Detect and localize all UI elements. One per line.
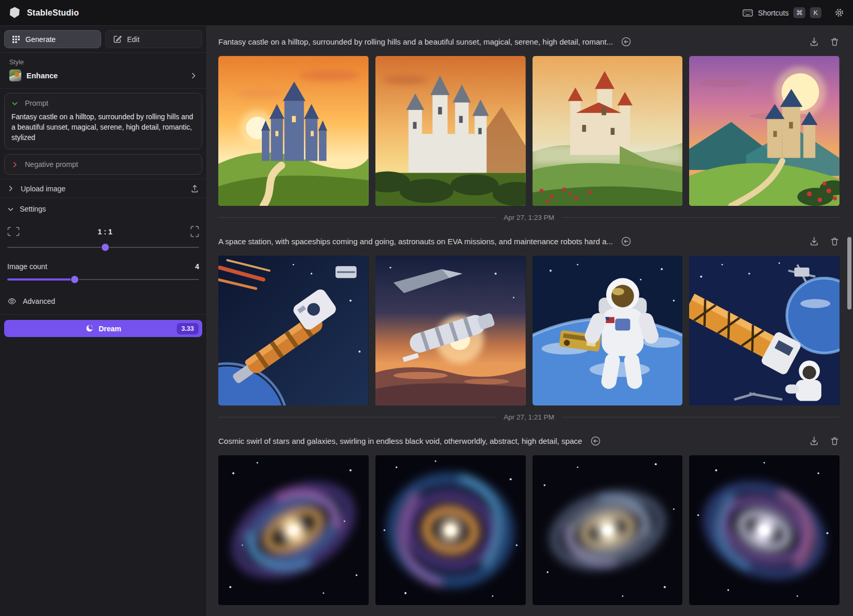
- settings-toggle[interactable]: Settings: [7, 205, 199, 213]
- dream-credits-badge: 3.33: [177, 323, 199, 334]
- mode-tabs: Generate Edit: [0, 26, 206, 53]
- arrow-left-circle-icon: [621, 36, 632, 47]
- chevron-down-icon: [7, 206, 14, 213]
- landscape-frame-icon: [7, 227, 20, 236]
- grid-icon: [12, 35, 20, 44]
- timestamp-divider: Apr 27, 1:21 PM: [218, 412, 840, 422]
- eye-icon: [7, 297, 17, 306]
- k-key-badge: K: [810, 7, 821, 18]
- prompt-box: Prompt Fantasy castle on a hilltop, surr…: [4, 93, 202, 149]
- generated-image[interactable]: [533, 455, 683, 605]
- aspect-ratio-value: 1 : 1: [20, 228, 190, 236]
- prompt-toggle[interactable]: Prompt: [11, 99, 195, 107]
- generated-image[interactable]: [375, 256, 526, 405]
- download-button[interactable]: [809, 236, 819, 246]
- brand: StableStudio: [8, 6, 79, 19]
- generated-image[interactable]: [218, 56, 369, 206]
- timestamp-divider: Apr 27, 1:23 PM: [218, 213, 840, 222]
- upload-icon[interactable]: [190, 184, 199, 193]
- negative-prompt-toggle[interactable]: Negative prompt: [11, 160, 195, 169]
- download-icon: [809, 436, 819, 446]
- generated-image[interactable]: [533, 256, 683, 405]
- generated-image[interactable]: [375, 455, 526, 605]
- top-bar: StableStudio Shortcuts ⌘ K: [0, 0, 853, 26]
- generation-group: A space station, with spaceships coming …: [218, 230, 840, 422]
- image-count-control: Image count 4: [7, 262, 199, 283]
- generation-group: Fantasy castle on a hilltop, surrounded …: [218, 30, 840, 222]
- generated-image[interactable]: [375, 56, 526, 206]
- chevron-right-red-icon: [11, 161, 18, 168]
- prompt-label: Prompt: [25, 99, 48, 107]
- chevron-right-icon: [7, 185, 14, 192]
- negative-prompt-label: Negative prompt: [25, 160, 78, 169]
- dream-button[interactable]: Dream 3.33: [4, 320, 202, 337]
- tab-edit-label: Edit: [127, 35, 139, 44]
- reuse-prompt-button[interactable]: [621, 236, 632, 247]
- image-count-slider[interactable]: [7, 276, 199, 283]
- trash-icon: [830, 436, 840, 446]
- style-selector[interactable]: Enhance: [9, 69, 197, 81]
- gear-icon: [834, 7, 845, 18]
- upload-image-row[interactable]: Upload image: [0, 179, 206, 198]
- portrait-frame-icon: [190, 226, 199, 237]
- generated-image[interactable]: [689, 56, 840, 206]
- download-icon: [809, 36, 819, 47]
- stablestudio-app: StableStudio Shortcuts ⌘ K: [0, 0, 853, 616]
- trash-icon: [830, 37, 840, 47]
- group-prompt-text: A space station, with spaceships coming …: [218, 237, 613, 246]
- hexagon-logo-icon: [8, 6, 21, 19]
- generated-image[interactable]: [689, 256, 840, 405]
- download-button[interactable]: [809, 436, 819, 446]
- generation-timestamp: Apr 27, 1:23 PM: [504, 214, 554, 221]
- chevron-down-green-icon: [11, 100, 18, 107]
- delete-button[interactable]: [830, 436, 840, 446]
- style-value: Enhance: [26, 72, 58, 80]
- tab-edit[interactable]: Edit: [105, 30, 202, 48]
- prompt-input[interactable]: Fantasy castle on a hilltop, surrounded …: [11, 112, 195, 143]
- upload-image-label: Upload image: [21, 185, 65, 193]
- style-thumbnail: [9, 69, 21, 81]
- arrow-left-circle-icon: [621, 236, 632, 247]
- chevron-right-icon: [190, 72, 197, 79]
- delete-button[interactable]: [830, 37, 840, 47]
- edit-pencil-icon: [113, 35, 122, 44]
- image-count-slider-thumb[interactable]: [71, 276, 78, 283]
- advanced-label: Advanced: [23, 297, 55, 305]
- cmd-key-badge: ⌘: [793, 7, 805, 18]
- generated-image[interactable]: [689, 455, 840, 605]
- aspect-ratio-control: 1 : 1: [7, 226, 199, 251]
- image-count-value: 4: [195, 262, 199, 271]
- aspect-ratio-slider[interactable]: [7, 244, 199, 251]
- download-icon: [809, 236, 819, 246]
- vertical-scrollbar-thumb[interactable]: [847, 237, 851, 310]
- keyboard-icon: [742, 7, 753, 19]
- tab-generate[interactable]: Generate: [4, 30, 101, 48]
- shortcuts-label: Shortcuts: [758, 9, 789, 17]
- generations-feed: Fantasy castle on a hilltop, surrounded …: [207, 26, 853, 616]
- image-count-label: Image count: [7, 262, 47, 271]
- app-title: StableStudio: [27, 8, 79, 18]
- negative-prompt-box: Negative prompt: [4, 154, 202, 175]
- reuse-prompt-button[interactable]: [621, 36, 632, 47]
- group-prompt-text: Cosmic swirl of stars and galaxies, swir…: [218, 437, 582, 445]
- generation-group: Cosmic swirl of stars and galaxies, swir…: [218, 429, 840, 605]
- generation-timestamp: Apr 27, 1:21 PM: [504, 413, 554, 421]
- dream-label: Dream: [99, 325, 121, 333]
- settings-gear-button[interactable]: [834, 7, 845, 18]
- generated-image[interactable]: [533, 56, 683, 206]
- arrow-left-circle-icon: [590, 436, 601, 446]
- style-label: Style: [9, 59, 197, 66]
- advanced-toggle[interactable]: Advanced: [7, 297, 199, 314]
- settings-section: Settings 1 : 1: [0, 198, 206, 314]
- aspect-ratio-slider-thumb[interactable]: [102, 244, 109, 251]
- style-section: Style Enhance: [0, 53, 206, 89]
- generated-image[interactable]: [218, 455, 369, 605]
- delete-button[interactable]: [830, 236, 840, 246]
- shortcuts-button[interactable]: Shortcuts ⌘ K: [742, 7, 821, 19]
- reuse-prompt-button[interactable]: [590, 436, 601, 446]
- prompt-boxes: Prompt Fantasy castle on a hilltop, surr…: [0, 89, 206, 179]
- download-button[interactable]: [809, 36, 819, 47]
- generated-image[interactable]: [218, 256, 369, 405]
- moon-sparkle-icon: [85, 324, 94, 333]
- group-prompt-text: Fantasy castle on a hilltop, surrounded …: [218, 37, 613, 46]
